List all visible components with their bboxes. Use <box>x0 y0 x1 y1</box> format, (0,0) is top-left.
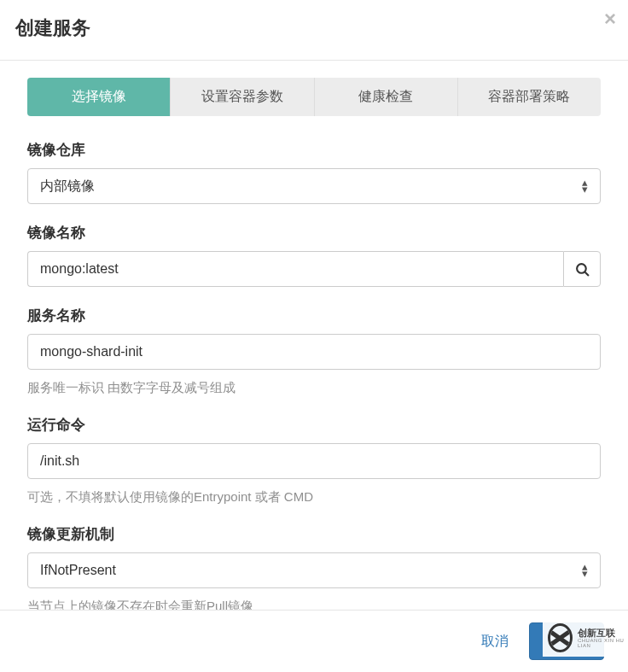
image-repo-label: 镜像仓库 <box>27 140 601 160</box>
cancel-button[interactable]: 取消 <box>478 626 512 657</box>
tab-label: 选择镜像 <box>72 89 126 103</box>
image-pull-policy-label: 镜像更新机制 <box>27 524 601 544</box>
field-run-command: 运行命令 可选，不填将默认使用镜像的Entrypoint 或者 CMD <box>27 415 601 505</box>
watermark-logo: 创新互联 CHUANG XIN HU LIAN <box>543 619 628 657</box>
create-service-modal: 创建服务 × 选择镜像 设置容器参数 健康检查 容器部署策略 镜像仓库 内部镜像 <box>0 0 628 672</box>
watermark-sub: CHUANG XIN HU LIAN <box>578 638 628 648</box>
field-service-name: 服务名称 服务唯一标识 由数字字母及减号组成 <box>27 306 601 396</box>
tab-container-params[interactable]: 设置容器参数 <box>171 78 314 116</box>
watermark-text-wrap: 创新互联 CHUANG XIN HU LIAN <box>578 628 628 648</box>
service-name-label: 服务名称 <box>27 306 601 325</box>
tab-label: 容器部署策略 <box>488 89 570 103</box>
select-value: IfNotPresent <box>40 563 116 578</box>
watermark-brand: 创新互联 <box>578 628 628 638</box>
close-icon[interactable]: × <box>604 9 616 29</box>
image-name-input[interactable] <box>27 251 563 287</box>
image-search-button[interactable] <box>563 251 601 287</box>
watermark-icon <box>548 623 573 652</box>
image-name-label: 镜像名称 <box>27 223 601 243</box>
run-command-input[interactable] <box>27 443 601 479</box>
wizard-tabs: 选择镜像 设置容器参数 健康检查 容器部署策略 <box>27 78 601 116</box>
field-image-repo: 镜像仓库 内部镜像 ▴▾ <box>27 140 601 204</box>
tab-label: 设置容器参数 <box>201 89 283 103</box>
image-pull-policy-select[interactable]: IfNotPresent ▴▾ <box>27 552 601 588</box>
image-pull-policy-help: 当节点上的镜像不存在时会重新Pull镜像 <box>27 597 601 610</box>
modal-body: 选择镜像 设置容器参数 健康检查 容器部署策略 镜像仓库 内部镜像 ▴▾ <box>0 61 628 610</box>
field-image-name: 镜像名称 <box>27 223 601 287</box>
svg-point-0 <box>577 264 586 273</box>
image-name-input-group <box>27 251 601 287</box>
service-name-help: 服务唯一标识 由数字字母及减号组成 <box>27 378 601 396</box>
tab-label: 健康检查 <box>358 89 413 103</box>
tab-health-check[interactable]: 健康检查 <box>315 78 458 116</box>
modal-header: 创建服务 × <box>0 0 628 61</box>
run-command-label: 运行命令 <box>27 415 601 435</box>
tab-select-image[interactable]: 选择镜像 <box>27 78 171 116</box>
svg-line-1 <box>584 272 588 275</box>
modal-title: 创建服务 <box>15 15 613 41</box>
field-image-pull-policy: 镜像更新机制 IfNotPresent ▴▾ 当节点上的镜像不存在时会重新Pul… <box>27 524 601 610</box>
image-repo-select[interactable]: 内部镜像 ▴▾ <box>27 168 601 204</box>
modal-footer: 取消 <box>0 610 628 672</box>
select-arrows-icon: ▴▾ <box>582 179 588 193</box>
service-name-input[interactable] <box>27 334 601 370</box>
tab-deploy-strategy[interactable]: 容器部署策略 <box>458 78 601 116</box>
select-value: 内部镜像 <box>40 178 95 196</box>
search-icon <box>575 262 590 277</box>
select-arrows-icon: ▴▾ <box>582 564 588 577</box>
run-command-help: 可选，不填将默认使用镜像的Entrypoint 或者 CMD <box>27 488 601 505</box>
